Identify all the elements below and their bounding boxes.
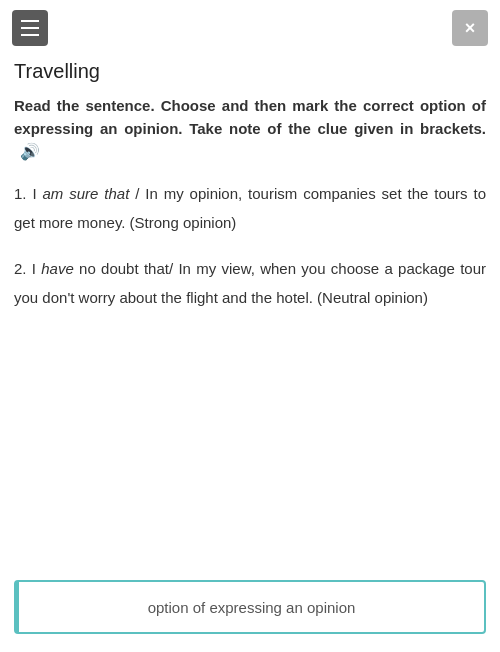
instruction-body: Read the sentence. Choose and then mark … <box>14 97 486 137</box>
question-1: 1. I am sure that / In my opinion, touri… <box>14 180 486 237</box>
question-2-prefix: I <box>32 260 41 277</box>
close-button[interactable]: × <box>452 10 488 46</box>
top-bar: × <box>0 0 500 56</box>
menu-button[interactable] <box>12 10 48 46</box>
answer-placeholder: option of expressing an opinion <box>148 599 356 616</box>
content-area: Read the sentence. Choose and then mark … <box>0 95 500 350</box>
bottom-bar: option of expressing an opinion <box>0 570 500 652</box>
question-2-rest: no doubt that/ In my view, when you choo… <box>14 260 486 306</box>
close-label: × <box>465 18 476 39</box>
speaker-icon[interactable]: 🔊 <box>20 140 40 164</box>
question-1-prefix: I <box>32 185 42 202</box>
instruction-text: Read the sentence. Choose and then mark … <box>14 95 486 164</box>
question-2-italic: have <box>41 260 74 277</box>
question-1-separator: / <box>129 185 145 202</box>
page-title: Travelling <box>0 56 500 95</box>
question-1-number: 1. <box>14 185 32 202</box>
question-2-number: 2. <box>14 260 32 277</box>
question-2: 2. I have no doubt that/ In my view, whe… <box>14 255 486 312</box>
answer-input-box[interactable]: option of expressing an opinion <box>14 580 486 634</box>
question-1-italic: am sure that <box>43 185 130 202</box>
